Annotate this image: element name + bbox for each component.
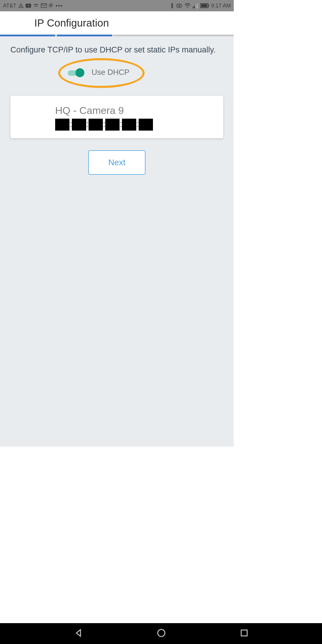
more-icon: ••• [56,3,63,9]
progress-bar [0,35,234,36]
svg-point-9 [187,7,188,8]
next-button[interactable]: Next [88,150,145,175]
content-area: Configure TCP/IP to use DHCP or set stat… [0,36,234,447]
svg-point-5 [178,5,180,7]
mac-octet-redacted [55,119,69,131]
progress-segment [0,35,55,36]
signal-icon [193,3,199,8]
svg-line-6 [177,4,178,5]
photos-icon [49,3,54,8]
device-name: HQ - Camera 9 [55,105,217,116]
app-header: IP Configuration [0,11,234,35]
mac-octet-redacted [105,119,120,131]
dhcp-toggle-region: Use DHCP [10,60,223,93]
clock-label: 9:17 AM [211,3,231,9]
carrier-label: AT&T [3,3,16,9]
progress-segment [57,35,112,36]
progress-segment [114,35,234,36]
status-right: 9:17 AM [170,3,231,9]
battery-icon [200,3,209,8]
svg-rect-16 [208,5,209,7]
device-mac-address [55,118,217,131]
svg-rect-10 [193,7,193,8]
svg-rect-13 [197,3,198,8]
mail-icon [41,3,47,8]
status-left: AT&T ••• [3,3,63,9]
status-bar: AT&T ••• 9:17 AM [0,0,234,11]
mac-octet-redacted [122,119,136,131]
bluetooth-icon [170,3,174,9]
svg-line-8 [180,4,182,5]
mac-octet-redacted [72,119,86,131]
svg-point-1 [21,7,21,7]
svg-rect-12 [196,4,196,8]
wifi-icon [184,3,191,8]
youtube-icon [25,3,31,8]
dhcp-toggle[interactable] [68,68,84,77]
mac-octet-redacted [139,119,153,131]
description-text: Configure TCP/IP to use DHCP or set stat… [10,45,223,55]
svg-rect-15 [201,4,207,7]
dhcp-toggle-label: Use DHCP [92,68,129,77]
eye-icon [176,3,182,8]
mac-octet-redacted [89,119,103,131]
device-card[interactable]: HQ - Camera 9 [10,96,223,138]
page-title: IP Configuration [34,17,109,29]
svg-rect-11 [194,6,195,8]
missed-call-icon [33,3,39,9]
warning-icon [18,3,24,8]
